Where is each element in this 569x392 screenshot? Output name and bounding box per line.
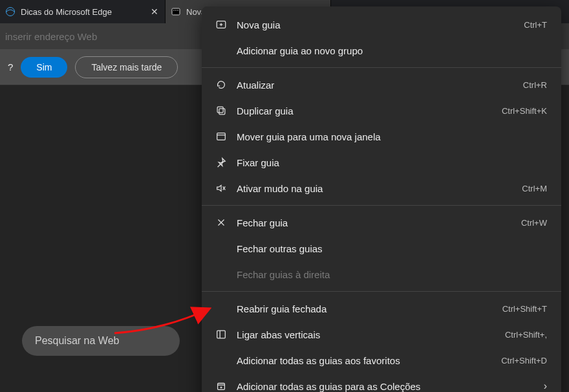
menu-separator: [202, 291, 561, 292]
tab-edge-tips[interactable]: Dicas do Microsoft Edge ✕: [0, 0, 166, 23]
vertical-tabs-icon: [212, 328, 230, 341]
menu-label: Mover guia para uma nova janela: [237, 131, 547, 142]
chevron-right-icon: ›: [544, 380, 547, 392]
blank-icon: [212, 302, 230, 315]
menu-label: Adicionar todas as guias aos favoritos: [237, 355, 491, 366]
menu-label: Atualizar: [237, 80, 513, 91]
menu-label: Nova guia: [237, 19, 513, 30]
menu-label: Duplicar guia: [237, 105, 491, 116]
svg-rect-9: [217, 107, 223, 113]
menu-shortcut: Ctrl+M: [522, 184, 547, 193]
svg-point-0: [6, 8, 15, 16]
menu-label: Reabrir guia fechada: [237, 303, 492, 314]
blank-icon: [212, 268, 230, 281]
refresh-icon: [212, 78, 230, 91]
menu-label: Fechar guia: [237, 217, 511, 228]
menu-label: Fechar outras guias: [237, 243, 547, 254]
blank-icon: [212, 354, 230, 367]
menu-close-right: Fechar guias à direita: [202, 261, 561, 287]
svg-rect-10: [217, 133, 226, 140]
menu-new-tab[interactable]: Nova guia Ctrl+T: [202, 12, 561, 38]
later-button[interactable]: Talvez mais tarde: [75, 56, 178, 78]
close-tab-icon[interactable]: ✕: [151, 6, 158, 17]
yes-button[interactable]: Sim: [21, 57, 67, 78]
menu-separator: [202, 205, 561, 206]
menu-label: Fixar guia: [237, 157, 547, 168]
edge-icon: [5, 6, 16, 17]
new-tab-icon: [212, 18, 230, 31]
menu-bookmark-all[interactable]: Adicionar todas as guias aos favoritos C…: [202, 347, 561, 373]
menu-reopen-closed[interactable]: Reabrir guia fechada Ctrl+Shift+T: [202, 296, 561, 321]
mute-icon: [212, 182, 230, 195]
menu-add-to-collections[interactable]: Adicionar todas as guias para as Coleçõe…: [202, 373, 561, 392]
tab-context-menu: Nova guia Ctrl+T Adicionar guia ao novo …: [202, 6, 561, 392]
menu-mute[interactable]: Ativar mudo na guia Ctrl+M: [202, 175, 561, 201]
menu-shortcut: Ctrl+Shift+,: [505, 330, 547, 340]
menu-vertical-tabs[interactable]: Ligar abas verticais Ctrl+Shift+,: [202, 321, 561, 347]
menu-add-to-group[interactable]: Adicionar guia ao novo grupo: [202, 38, 561, 63]
search-web-pill[interactable]: Pesquisar na Web: [22, 326, 180, 356]
svg-point-4: [177, 10, 178, 11]
menu-shortcut: Ctrl+Shift+T: [502, 304, 547, 314]
close-icon: [212, 216, 230, 229]
search-pill-label: Pesquisar na Web: [35, 335, 119, 347]
menu-shortcut: Ctrl+Shift+K: [502, 106, 547, 116]
menu-label: Ativar mudo na guia: [237, 183, 511, 194]
tab-title: Dicas do Microsoft Edge: [21, 7, 145, 17]
menu-separator: [202, 67, 561, 68]
blank-icon: [212, 44, 230, 57]
menu-refresh[interactable]: Atualizar Ctrl+R: [202, 72, 561, 98]
menu-duplicate[interactable]: Duplicar guia Ctrl+Shift+K: [202, 98, 561, 124]
menu-shortcut: Ctrl+R: [523, 80, 547, 90]
menu-move-window[interactable]: Mover guia para uma nova janela: [202, 124, 561, 149]
svg-rect-1: [172, 8, 180, 15]
menu-label: Ligar abas verticais: [237, 329, 495, 340]
svg-rect-16: [217, 331, 226, 338]
pin-icon: [212, 156, 230, 169]
blank-icon: [212, 242, 230, 255]
newtab-icon: [171, 6, 181, 17]
menu-close-others[interactable]: Fechar outras guias: [202, 235, 561, 261]
duplicate-icon: [212, 104, 230, 117]
menu-pin[interactable]: Fixar guia: [202, 149, 561, 175]
collections-icon: [212, 380, 230, 392]
menu-close-tab[interactable]: Fechar guia Ctrl+W: [202, 210, 561, 235]
notification-text: ?: [8, 61, 13, 72]
menu-shortcut: Ctrl+T: [524, 20, 547, 30]
svg-rect-8: [219, 109, 225, 114]
window-icon: [212, 130, 230, 143]
svg-point-2: [173, 10, 175, 11]
menu-label: Fechar guias à direita: [237, 269, 547, 280]
menu-label: Adicionar todas as guias para as Coleçõe…: [237, 381, 533, 392]
svg-point-3: [175, 10, 177, 11]
menu-label: Adicionar guia ao novo grupo: [237, 45, 547, 56]
menu-shortcut: Ctrl+Shift+D: [501, 356, 547, 365]
menu-shortcut: Ctrl+W: [521, 218, 547, 228]
